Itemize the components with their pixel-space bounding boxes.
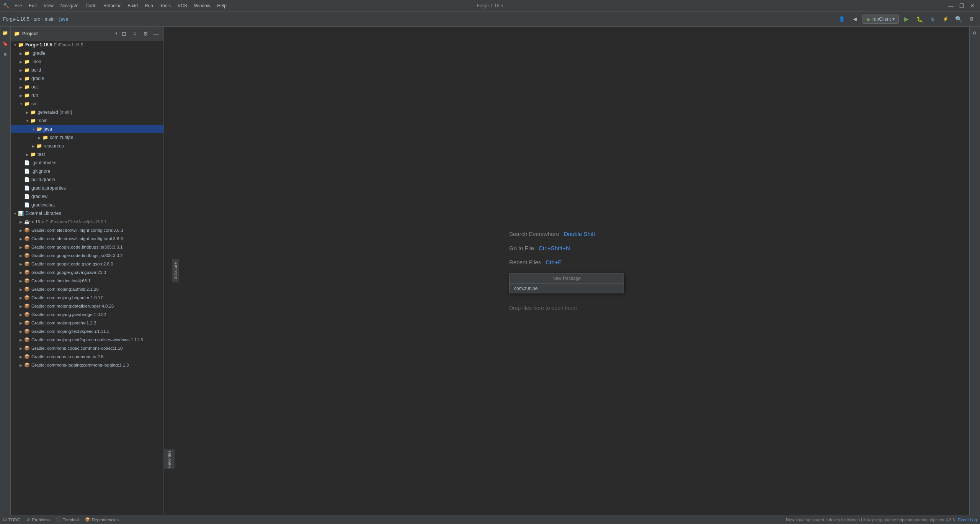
lib-icon-3: 📦 (24, 244, 30, 250)
project-icon[interactable]: 📁 (1, 28, 10, 38)
tree-item-gradlew-bat[interactable]: ▶ 📄 gradlew.bat (11, 201, 163, 209)
menu-code[interactable]: Code (82, 2, 100, 9)
tree-item-jdk[interactable]: ▶ ☕ < 16 > C:\Program Files\Java\jdk-16.… (11, 218, 163, 226)
menu-edit[interactable]: Edit (26, 2, 40, 9)
tree-item-lib-13[interactable]: ▶ 📦 Gradle: com.mojang:text2speech:1.11.… (11, 327, 163, 336)
tree-item-gradle-properties[interactable]: ▶ 📄 gradle.properties (11, 184, 163, 192)
tree-item-idea[interactable]: ▶ 📁 .idea (11, 57, 163, 66)
coverage-button[interactable]: ⊕ (927, 14, 938, 25)
window-controls: — ❐ ✕ (946, 1, 977, 10)
structure-tab[interactable]: Structure (172, 259, 179, 283)
menu-file[interactable]: File (11, 2, 25, 9)
tree-item-lib-16[interactable]: ▶ 📦 Gradle: commons-io:commons-io:2.5 (11, 352, 163, 361)
tree-item-gradlew[interactable]: ▶ 📄 gradlew (11, 192, 163, 201)
tree-item-lib-17[interactable]: ▶ 📦 Gradle: commons-logging:commons-logg… (11, 361, 163, 369)
tree-item-gradle[interactable]: ▶ 📁 gradle (11, 74, 163, 83)
tree-item-build-gradle[interactable]: ▶ 📄 build.gradle (11, 175, 163, 184)
tree-item-lib-2[interactable]: ▶ 📦 Gradle: com.electronwill.night-confi… (11, 234, 163, 243)
tree-item-lib-8[interactable]: ▶ 📦 Gradle: com.mojang:authlib:2.1.28 (11, 285, 163, 293)
tree-item-lib-10[interactable]: ▶ 📦 Gradle: com.mojang:datafixerupper:4.… (11, 302, 163, 310)
tree-item-lib-1[interactable]: ▶ 📦 Gradle: com.electronwill.night-confi… (11, 226, 163, 234)
menu-navigate[interactable]: Navigate (57, 2, 82, 9)
problems-button[interactable]: ⚠ Problems (27, 517, 50, 522)
breadcrumb-main[interactable]: main (45, 16, 55, 22)
package-dropdown-header: New Package (510, 273, 624, 284)
tree-item-gitignore[interactable]: ▶ 📄 .gitignore (11, 167, 163, 175)
goto-file-label: Go to File (509, 245, 534, 251)
tree-item-external-libs[interactable]: ▾ 📊 External Libraries (11, 209, 163, 218)
gradlew-bat-icon: 📄 (24, 202, 30, 208)
run-config-button[interactable]: ▶ runClient ▾ (862, 15, 899, 24)
menu-view[interactable]: View (41, 2, 57, 9)
tree-item-gradle-hidden[interactable]: ▶ 📁 .gradle (11, 49, 163, 57)
lib-icon-12: 📦 (24, 320, 30, 326)
tree-item-lib-4[interactable]: ▶ 📦 Gradle: com.google.code.findbugs:jsr… (11, 251, 163, 260)
tree-item-lib-12[interactable]: ▶ 📦 Gradle: com.mojang:patchy:1.2.3 (11, 319, 163, 327)
menu-build[interactable]: Build (124, 2, 141, 9)
lib-icon-11: 📦 (24, 311, 30, 318)
minimize-button[interactable]: — (946, 1, 956, 10)
app-layout: 📁 🔖 ≡ 📁 Project ▾ ⊟ ≡ ⚙ — ▾ 📁 Forge-1.16… (0, 27, 980, 515)
breadcrumb-project[interactable]: Forge-1.16.5 (3, 16, 29, 22)
main-toolbar: Forge-1.16.5 › src › main › java 👤 ◀ ▶ r… (0, 11, 980, 27)
tree-item-java[interactable]: ▾ 📂 java (11, 125, 163, 133)
tree-item-lib-14[interactable]: ▶ 📦 Gradle: com.mojang:text2speech:nativ… (11, 336, 163, 344)
menu-refactor[interactable]: Refactor (100, 2, 124, 9)
tree-item-main[interactable]: ▾ 📁 main (11, 116, 163, 125)
dependencies-button[interactable]: 📦 Dependencies (85, 517, 119, 522)
menu-vcs[interactable]: VCS (175, 2, 190, 9)
tree-item-lib-7[interactable]: ▶ 📦 Gradle: com.ibm.icu:icu4j:66.1 (11, 277, 163, 285)
gear-button[interactable]: ⚙ (141, 29, 150, 38)
tree-item-generated[interactable]: ▶ 📁 generated [main] (11, 108, 163, 116)
right-notifications-icon[interactable]: ⚙ (970, 28, 980, 38)
tree-item-com-zunipe[interactable]: ▶ 📁 com.zunipe (11, 133, 163, 142)
tree-item-lib-3[interactable]: ▶ 📦 Gradle: com.google.code.findbugs:jsr… (11, 243, 163, 251)
menu-run[interactable]: Run (142, 2, 156, 9)
root-arrow: ▾ (12, 43, 18, 47)
idea-folder-icon: 📁 (24, 59, 30, 65)
filter-button[interactable]: ≡ (131, 29, 139, 38)
tree-item-gitattributes[interactable]: ▶ 📄 .gitattributes (11, 159, 163, 167)
search-button[interactable]: 🔍 (953, 14, 964, 25)
tree-item-lib-9[interactable]: ▶ 📦 Gradle: com.mojang:brigadier:1.0.17 (11, 293, 163, 302)
tree-item-lib-11[interactable]: ▶ 📦 Gradle: com.mojang:javabridge:1.0.22 (11, 310, 163, 319)
tree-item-test[interactable]: ▶ 📁 test (11, 150, 163, 159)
structure-icon[interactable]: ≡ (1, 50, 10, 59)
todo-button[interactable]: ☑ TODO (3, 517, 21, 522)
favorites-tab[interactable]: Favorites (164, 449, 175, 469)
tree-item-lib-6[interactable]: ▶ 📦 Gradle: com.google.guava:guava:21.0 (11, 268, 163, 277)
menu-window[interactable]: Window (191, 2, 214, 9)
project-header: 📁 Project ▾ ⊟ ≡ ⚙ — (11, 27, 163, 41)
debug-button[interactable]: 🐛 (914, 14, 925, 25)
menu-bar: File Edit View Navigate Code Refactor Bu… (11, 2, 230, 9)
run-button[interactable]: ▶ (901, 14, 912, 25)
back-button[interactable]: ◀ (849, 14, 860, 25)
profile-button[interactable]: 👤 (836, 14, 847, 25)
tree-root[interactable]: ▾ 📁 Forge-1.16.5 E:\Forge-1.16.5 (11, 41, 163, 49)
gradle-props-icon: 📄 (24, 185, 30, 191)
project-dropdown-arrow[interactable]: ▾ (115, 31, 118, 36)
tree-item-out[interactable]: ▶ 📁 out (11, 83, 163, 91)
terminal-button[interactable]: ⬛ Terminal (56, 517, 79, 522)
tree-item-resources[interactable]: ▶ 📁 resources (11, 142, 163, 150)
hide-panel-button[interactable]: — (152, 29, 160, 38)
maximize-button[interactable]: ❐ (957, 1, 966, 10)
collapse-all-button[interactable]: ⊟ (120, 29, 128, 38)
tree-item-run[interactable]: ▶ 📁 run (11, 91, 163, 100)
profile-run-button[interactable]: ⚡ (940, 14, 951, 25)
breadcrumb-java[interactable]: java (59, 16, 68, 22)
lib-icon-5: 📦 (24, 261, 30, 267)
tree-item-lib-5[interactable]: ▶ 📦 Gradle: com.google.code.gson:gson:2.… (11, 260, 163, 268)
close-button[interactable]: ✕ (968, 1, 977, 10)
breadcrumb-src[interactable]: src (34, 16, 40, 22)
bookmark-icon[interactable]: 🔖 (1, 39, 10, 48)
tree-item-lib-15[interactable]: ▶ 📦 Gradle: commons-codec:commons-codec:… (11, 344, 163, 352)
tree-item-build[interactable]: ▶ 📁 build (11, 66, 163, 74)
menu-tools[interactable]: Tools (157, 2, 174, 9)
package-dropdown-item[interactable]: com.zunipe (510, 284, 624, 293)
settings-button[interactable]: ⚙ (966, 14, 977, 25)
event-log-button[interactable]: Event Log (958, 517, 977, 522)
gradle-folder-icon: 📁 (24, 50, 30, 56)
menu-help[interactable]: Help (214, 2, 230, 9)
tree-item-src[interactable]: ▾ 📁 src (11, 100, 163, 108)
